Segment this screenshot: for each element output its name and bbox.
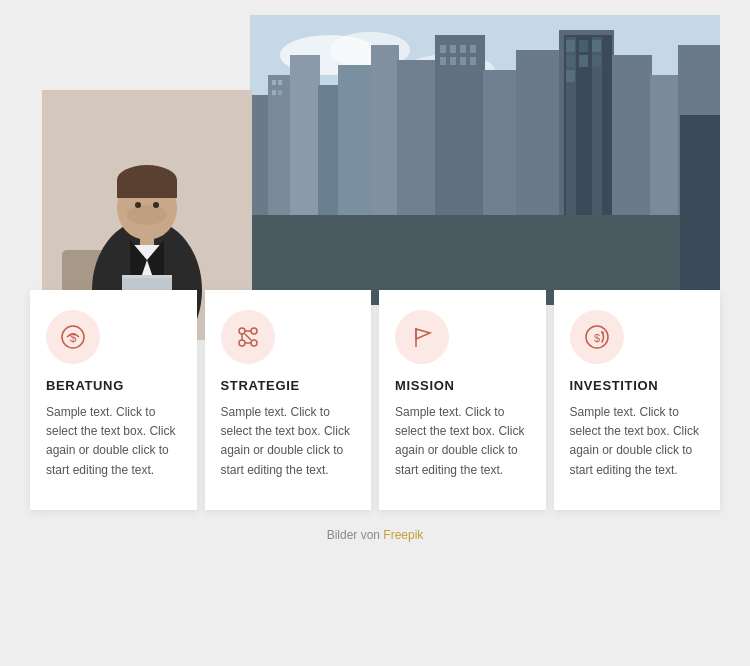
svg-text:$: $ [593, 332, 599, 344]
strategie-icon-wrap [221, 310, 275, 364]
svg-point-69 [251, 340, 257, 346]
svg-rect-41 [579, 40, 588, 52]
svg-point-56 [135, 202, 141, 208]
svg-point-67 [251, 328, 257, 334]
svg-rect-12 [278, 80, 282, 85]
card-mission[interactable]: MISSION Sample text. Click to select the… [379, 290, 546, 510]
cards-section: $ BERATUNG Sample text. Click to select … [0, 290, 750, 510]
money-circle-icon: $ [59, 323, 87, 351]
svg-rect-44 [592, 55, 601, 67]
svg-rect-42 [579, 55, 588, 67]
flag-icon [408, 323, 436, 351]
svg-rect-11 [272, 80, 276, 85]
card-beratung-title: BERATUNG [46, 378, 181, 393]
svg-rect-54 [117, 180, 177, 198]
svg-rect-29 [460, 57, 466, 65]
svg-point-57 [153, 202, 159, 208]
svg-rect-37 [680, 115, 720, 305]
investment-icon: $ [583, 323, 611, 351]
svg-rect-26 [470, 45, 476, 53]
card-strategie-title: STRATEGIE [221, 378, 356, 393]
mission-icon-wrap [395, 310, 449, 364]
svg-rect-30 [470, 57, 476, 65]
card-investition-title: INVESTITION [570, 378, 705, 393]
svg-rect-24 [450, 45, 456, 53]
svg-rect-23 [440, 45, 446, 53]
strategy-icon [234, 323, 262, 351]
svg-point-68 [239, 340, 245, 346]
svg-point-66 [239, 328, 245, 334]
page-wrapper: $ BERATUNG Sample text. Click to select … [0, 0, 750, 666]
svg-line-73 [245, 334, 251, 340]
card-beratung-text: Sample text. Click to select the text bo… [46, 403, 181, 480]
freepik-link[interactable]: Freepik [383, 528, 423, 542]
svg-point-55 [127, 205, 167, 225]
svg-text:$: $ [70, 331, 77, 345]
svg-rect-38 [566, 40, 575, 52]
svg-rect-39 [566, 55, 575, 67]
card-strategie[interactable]: STRATEGIE Sample text. Click to select t… [205, 290, 372, 510]
svg-rect-14 [278, 90, 282, 95]
svg-rect-27 [440, 57, 446, 65]
city-image [250, 15, 720, 305]
svg-rect-43 [592, 40, 601, 52]
card-mission-title: MISSION [395, 378, 530, 393]
card-investition-text: Sample text. Click to select the text bo… [570, 403, 705, 480]
svg-rect-28 [450, 57, 456, 65]
card-beratung[interactable]: $ BERATUNG Sample text. Click to select … [30, 290, 197, 510]
card-mission-text: Sample text. Click to select the text bo… [395, 403, 530, 480]
svg-rect-25 [460, 45, 466, 53]
card-strategie-text: Sample text. Click to select the text bo… [221, 403, 356, 480]
beratung-icon-wrap: $ [46, 310, 100, 364]
card-investition[interactable]: $ INVESTITION Sample text. Click to sele… [554, 290, 721, 510]
top-section [0, 0, 750, 320]
footer-label: Bilder von [327, 528, 380, 542]
footer: Bilder von Freepik [0, 510, 750, 552]
svg-rect-40 [566, 70, 575, 82]
svg-rect-13 [272, 90, 276, 95]
investition-icon-wrap: $ [570, 310, 624, 364]
